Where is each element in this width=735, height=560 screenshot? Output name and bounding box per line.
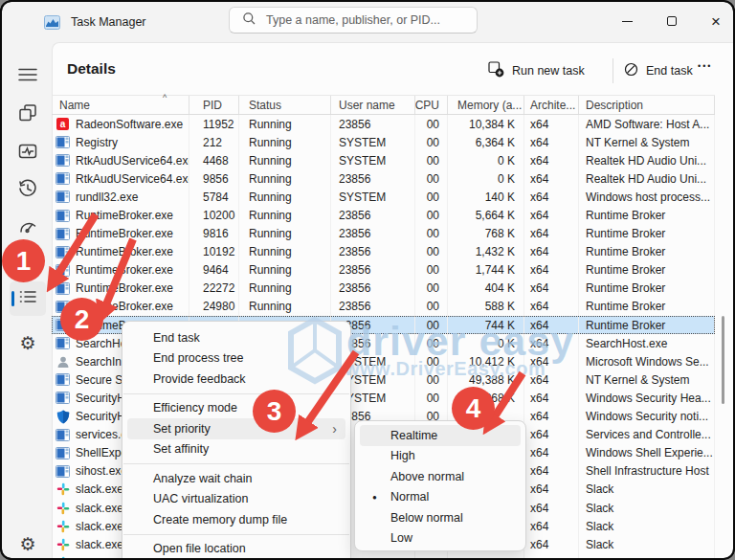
sidebar-item-app-history[interactable] xyxy=(10,173,46,208)
cell-name: Registry xyxy=(52,133,189,151)
window-title: Task Manager xyxy=(71,15,146,29)
column-header-cpu[interactable]: CPU xyxy=(415,96,448,114)
column-header-pid[interactable]: PID xyxy=(189,96,239,114)
priority-option-high[interactable]: High xyxy=(360,446,521,467)
priority-option-normal[interactable]: ●Normal xyxy=(360,487,521,508)
column-header-desc[interactable]: Description xyxy=(579,96,715,114)
cell-status: Running xyxy=(239,206,331,224)
cell-cpu: 00 xyxy=(415,316,448,334)
menu-item-end-task[interactable]: End task xyxy=(127,327,345,348)
menu-item-set-affinity[interactable]: Set affinity xyxy=(127,439,345,460)
menu-item-open-file-location[interactable]: Open file location xyxy=(127,539,345,559)
cell-cpu: 00 xyxy=(415,243,448,261)
menu-item-analyze-wait-chain[interactable]: Analyze wait chain xyxy=(127,468,345,489)
process-row[interactable]: rundll32.exe5784RunningSYSTEM00140 Kx64W… xyxy=(52,188,715,206)
services-icon: ⚙ xyxy=(19,332,35,353)
vertical-scrollbar[interactable] xyxy=(722,316,724,404)
cell-mem: 0 K xyxy=(448,334,524,352)
sidebar-item-processes[interactable] xyxy=(10,98,46,132)
end-task-button[interactable]: End task xyxy=(624,57,693,84)
search-input[interactable]: Type a name, publisher, or PID... xyxy=(229,7,478,34)
title-bar[interactable]: Task Manager Type a name, publisher, or … xyxy=(2,2,733,42)
priority-option-low[interactable]: Low xyxy=(360,528,521,549)
menu-item-efficiency-mode[interactable]: Efficiency mode xyxy=(127,398,345,419)
cell-status: Running xyxy=(239,133,331,151)
run-new-task-button[interactable]: Run new task xyxy=(488,57,585,84)
cell-pid: 212 xyxy=(189,133,239,151)
column-header-name[interactable]: Name xyxy=(52,96,189,114)
process-row[interactable]: aRadeonSoftware.exe11952Running238560010… xyxy=(52,115,715,133)
process-row[interactable]: RtkAudUService64.exe9856Running23856000 … xyxy=(52,169,715,188)
process-row[interactable]: RuntimeBroker.exe9464Running23856001,744… xyxy=(52,261,715,280)
column-header-mem[interactable]: Memory (a... xyxy=(448,96,524,114)
user-process-icon xyxy=(56,354,70,369)
cell-cpu: 00 xyxy=(415,115,448,133)
cell-pid: 9856 xyxy=(189,169,239,188)
cell-mem: 744 K xyxy=(448,316,524,334)
sidebar-item-settings[interactable]: ⚙ xyxy=(10,526,46,558)
process-row[interactable]: RuntimeBroker.exe22272Running2385600404 … xyxy=(52,280,715,298)
cell-desc: NT Kernel & System xyxy=(579,370,715,389)
exe-process-icon xyxy=(56,263,70,278)
table-header[interactable]: ^ NamePIDStatusUser nameCPUMemory (a...A… xyxy=(52,95,715,115)
cell-pid: 9464 xyxy=(189,261,239,280)
cell-desc: Runtime Broker xyxy=(579,280,715,298)
priority-option-above-normal[interactable]: Above normal xyxy=(360,466,521,487)
column-header-user[interactable]: User name xyxy=(331,96,415,114)
process-row[interactable]: RuntimeBroker.exe10200Running23856005,66… xyxy=(52,206,715,224)
column-header-status[interactable]: Status xyxy=(239,96,331,114)
cell-arch: x64 xyxy=(524,169,579,188)
process-row[interactable]: RuntimeBroker.exe9816Running2385600768 K… xyxy=(52,225,715,243)
sidebar-item-nav-menu[interactable] xyxy=(10,59,46,94)
cell-desc: SearchHost.exe xyxy=(579,334,715,352)
run-new-task-icon xyxy=(488,61,504,80)
cell-cpu: 00 xyxy=(415,352,448,370)
sidebar-item-services[interactable]: ⚙ xyxy=(10,325,46,360)
menu-item-set-priority[interactable]: Set priority› xyxy=(127,418,345,439)
cell-status: Running xyxy=(239,243,331,261)
process-row[interactable]: Registry212RunningSYSTEM006,364 Kx64NT K… xyxy=(52,133,715,151)
search-placeholder: Type a name, publisher, or PID... xyxy=(266,13,440,27)
cell-mem: 588 K xyxy=(448,298,524,316)
cell-mem: 10,384 K xyxy=(448,115,524,133)
more-options-button[interactable]: ••• xyxy=(698,61,712,71)
context-menu: End taskEnd process treeProvide feedback… xyxy=(122,321,351,558)
cell-arch: x64 xyxy=(524,462,579,481)
run-new-task-label: Run new task xyxy=(512,64,585,78)
sidebar-item-performance[interactable] xyxy=(10,136,46,170)
cell-user: 23856 xyxy=(331,169,415,188)
exe-process-icon xyxy=(56,391,70,405)
priority-option-realtime[interactable]: Realtime xyxy=(360,425,521,446)
selected-radio-icon: ● xyxy=(372,493,377,502)
minimize-button[interactable] xyxy=(608,8,646,34)
submenu-chevron-icon: › xyxy=(332,421,337,437)
sidebar-item-details[interactable] xyxy=(10,281,46,316)
cell-arch: x64 xyxy=(524,280,579,298)
startup-icon xyxy=(17,216,38,241)
cell-mem: 768 K xyxy=(448,225,524,243)
process-row[interactable]: RuntimeBroker.exe10192Running23856001,43… xyxy=(52,243,715,261)
cell-mem xyxy=(448,553,524,558)
cell-desc: Runtime Broker xyxy=(579,225,715,243)
close-button[interactable]: × xyxy=(697,8,733,34)
exe-process-icon xyxy=(56,227,70,241)
cell-arch: x64 xyxy=(524,243,579,261)
cell-desc: AMD Software: Host A... xyxy=(579,115,715,133)
cell-arch: x64 xyxy=(524,133,579,151)
cell-desc: Runtime Broker xyxy=(579,316,715,334)
column-header-arch[interactable]: Archite... xyxy=(524,96,579,114)
process-row[interactable]: RuntimeBroker.exe24980Running2385600588 … xyxy=(52,298,715,316)
cell-arch: x64 xyxy=(524,408,579,426)
process-row[interactable]: RtkAudUService64.exe4468RunningSYSTEM000… xyxy=(52,151,715,169)
cell-mem: 0 K xyxy=(448,169,524,188)
cell-status: Running xyxy=(239,188,331,206)
menu-item-provide-feedback[interactable]: Provide feedback xyxy=(127,369,345,390)
maximize-button[interactable] xyxy=(653,8,691,34)
priority-option-below-normal[interactable]: Below normal xyxy=(360,507,521,528)
menu-item-uac-virtualization[interactable]: UAC virtualization xyxy=(127,489,345,510)
end-task-icon xyxy=(624,62,638,79)
menu-item-end-process-tree[interactable]: End process tree xyxy=(127,348,345,370)
menu-item-create-memory-dump-file[interactable]: Create memory dump file xyxy=(127,509,345,530)
cell-desc: Slack xyxy=(579,481,715,499)
cell-name: RuntimeBroker.exe xyxy=(52,206,189,224)
